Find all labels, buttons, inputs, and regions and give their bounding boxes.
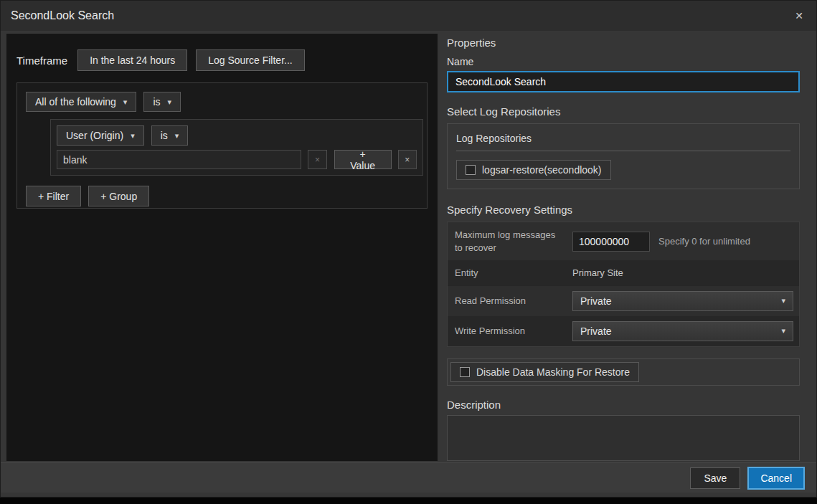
repository-item[interactable]: logsar-restore(secondlook): [456, 160, 611, 180]
description-label: Description: [447, 399, 800, 411]
remove-filter-button[interactable]: ×: [398, 150, 417, 169]
chevron-down-icon: ▾: [781, 296, 785, 305]
chevron-down-icon: ▾: [781, 326, 785, 336]
group-operator-dropdown[interactable]: All of the following ▾: [26, 92, 136, 112]
field-value: User (Origin): [66, 130, 123, 141]
group-operator-row: All of the following ▾ is ▾: [26, 92, 418, 112]
value-row: × + Value ×: [57, 150, 417, 169]
name-label: Name: [447, 56, 800, 67]
disable-masking-checkbox[interactable]: [460, 367, 470, 377]
recovery-settings-heading: Specify Recovery Settings: [447, 204, 800, 216]
footer-bar: Save Cancel: [1, 462, 816, 493]
timeframe-row: Timeframe In the last 24 hours Log Sourc…: [6, 34, 438, 71]
filter-condition-box: User (Origin) ▾ is ▾ × + Value ×: [50, 119, 423, 176]
max-messages-row: Maximum log messages to recover Specify …: [448, 222, 799, 260]
max-messages-hint: Specify 0 for unlimited: [658, 236, 750, 247]
read-permission-dropdown[interactable]: Private ▾: [572, 291, 793, 311]
group-condition-dropdown[interactable]: is ▾: [143, 92, 181, 112]
remove-icon: ×: [315, 155, 320, 165]
write-permission-value: Private: [580, 325, 612, 337]
recovery-settings-table: Maximum log messages to recover Specify …: [447, 222, 800, 347]
log-repositories-box: Log Repositories logsar-restore(secondlo…: [447, 123, 800, 189]
read-permission-label: Read Permission: [448, 288, 572, 314]
filter-builder: All of the following ▾ is ▾ User (Origin…: [16, 82, 428, 209]
properties-panel: Properties Name Select Log Repositories …: [447, 37, 800, 464]
write-permission-cell: Private ▾: [572, 316, 799, 346]
add-row: + Filter + Group: [26, 186, 418, 206]
repository-checkbox[interactable]: [466, 165, 476, 175]
field-condition-value: is: [161, 130, 168, 141]
group-condition-value: is: [153, 96, 160, 108]
field-condition-dropdown[interactable]: is ▾: [151, 125, 189, 146]
filter-value-input[interactable]: [57, 150, 301, 169]
disable-masking-option[interactable]: Disable Data Masking For Restore: [450, 362, 639, 382]
close-icon[interactable]: ✕: [792, 9, 806, 23]
max-messages-value-cell: Specify 0 for unlimited: [572, 227, 799, 257]
name-input[interactable]: [447, 71, 800, 92]
remove-icon: ×: [405, 155, 410, 165]
chevron-down-icon: ▾: [175, 131, 179, 141]
divider: [456, 151, 790, 151]
add-value-button[interactable]: + Value: [334, 150, 392, 169]
entity-label: Entity: [448, 260, 572, 286]
entity-value: Primary Site: [572, 267, 623, 278]
log-repositories-heading: Log Repositories: [456, 133, 790, 144]
entity-value-cell: Primary Site: [572, 262, 799, 283]
remove-value-button[interactable]: ×: [308, 150, 326, 169]
max-messages-label: Maximum log messages to recover: [448, 222, 572, 260]
log-source-filter-button[interactable]: Log Source Filter...: [196, 49, 305, 71]
chevron-down-icon: ▾: [123, 98, 128, 107]
add-filter-button[interactable]: + Filter: [26, 186, 81, 206]
timeframe-button[interactable]: In the last 24 hours: [77, 49, 187, 71]
titlebar: SecondLook Search ✕: [1, 1, 816, 31]
description-textarea[interactable]: [447, 415, 800, 461]
window-title: SecondLook Search: [11, 9, 114, 22]
chevron-down-icon: ▾: [131, 131, 135, 141]
read-permission-value: Private: [580, 295, 612, 307]
write-permission-dropdown[interactable]: Private ▾: [572, 321, 793, 341]
write-permission-row: Write Permission Private ▾: [448, 316, 799, 346]
field-dropdown[interactable]: User (Origin) ▾: [57, 125, 144, 146]
disable-masking-label: Disable Data Masking For Restore: [476, 366, 630, 378]
add-group-button[interactable]: + Group: [88, 186, 149, 206]
save-button[interactable]: Save: [690, 467, 740, 489]
entity-row: Entity Primary Site: [448, 260, 799, 286]
chevron-down-icon: ▾: [168, 98, 172, 107]
secondlook-dialog: SecondLook Search ✕ Timeframe In the las…: [0, 0, 817, 498]
select-repositories-label: Select Log Repositories: [447, 105, 800, 118]
cancel-button[interactable]: Cancel: [747, 467, 805, 490]
repository-label: logsar-restore(secondlook): [482, 164, 602, 176]
masking-box: Disable Data Masking For Restore: [447, 358, 800, 386]
write-permission-label: Write Permission: [448, 318, 572, 344]
properties-heading: Properties: [447, 37, 800, 49]
search-filter-panel: Timeframe In the last 24 hours Log Sourc…: [6, 34, 438, 461]
read-permission-cell: Private ▾: [572, 286, 799, 316]
max-messages-input[interactable]: [572, 232, 650, 252]
field-row: User (Origin) ▾ is ▾: [57, 125, 417, 146]
group-operator-value: All of the following: [35, 96, 116, 108]
timeframe-label: Timeframe: [16, 54, 67, 67]
read-permission-row: Read Permission Private ▾: [448, 286, 799, 316]
